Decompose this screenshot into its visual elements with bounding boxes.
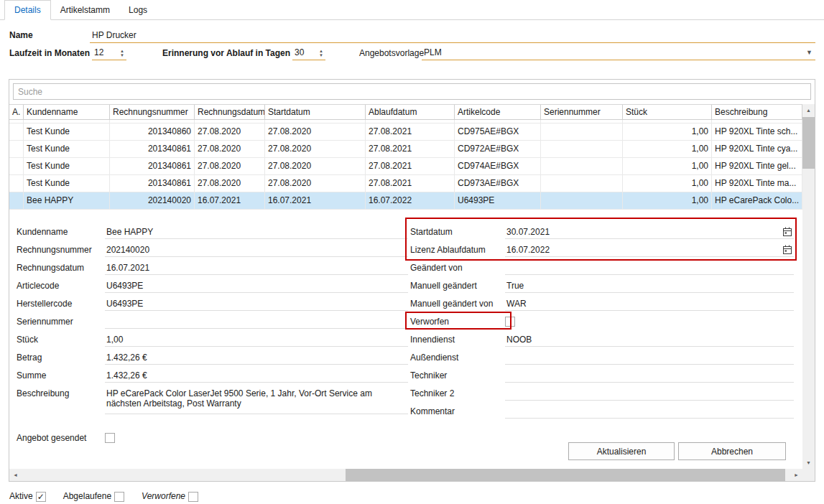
- abgelaufene-label: Abgelaufene: [63, 491, 111, 501]
- field-startdatum: Startdatum 30.07.2021: [410, 223, 794, 241]
- date-value: 16.07.2022: [506, 245, 550, 255]
- abgelaufene-checkbox[interactable]: [114, 492, 124, 502]
- column-header[interactable]: Rechnungsnummer: [110, 105, 195, 119]
- table-row[interactable]: Test Kunde 201340861 27.08.2020 27.08.20…: [9, 175, 802, 192]
- angebotsvorlage-value: PLM: [424, 47, 442, 57]
- field-value[interactable]: 202140020: [105, 243, 408, 257]
- column-header[interactable]: Kundenname: [24, 105, 110, 119]
- column-header[interactable]: Beschreibung: [712, 105, 802, 119]
- laufzeit-stepper[interactable]: 12 ▲▼: [92, 45, 126, 60]
- field-label: Startdatum: [410, 225, 505, 237]
- field-verworfen: Verworfen: [410, 313, 794, 331]
- field-value[interactable]: 30.07.2021: [505, 225, 794, 239]
- stepper-arrows-icon[interactable]: ▲▼: [319, 47, 324, 59]
- verworfene-checkbox[interactable]: [188, 492, 198, 502]
- calendar-icon[interactable]: [782, 227, 792, 239]
- table-row-selected[interactable]: Bee HAPPY 202140020 16.07.2021 16.07.202…: [9, 192, 802, 210]
- field-value[interactable]: [505, 405, 794, 419]
- table-cell: 27.08.2021: [366, 175, 455, 192]
- angebotsvorlage-dropdown[interactable]: PLM ▼: [422, 45, 815, 60]
- field-geaendert-von: Geändert von: [410, 259, 794, 277]
- horizontal-scrollbar-thumb[interactable]: [346, 469, 785, 481]
- table-cell: 27.08.2021: [366, 123, 455, 140]
- field-value[interactable]: [505, 261, 794, 275]
- search-input[interactable]: [13, 83, 811, 100]
- tab-artikelstamm[interactable]: Artikelstamm: [51, 1, 119, 19]
- field-techniker-2: Techniker 2: [410, 385, 794, 403]
- vertical-scrollbar-thumb[interactable]: [802, 117, 815, 169]
- table-cell: CD972AE#BGX: [455, 141, 541, 157]
- name-value: HP Drucker: [92, 30, 136, 40]
- field-label: Beschreibung: [17, 387, 105, 398]
- table-cell: HP 920XL Tinte gel...: [712, 158, 802, 174]
- table-cell: CD973AE#BGX: [455, 175, 541, 192]
- field-value[interactable]: [105, 315, 408, 329]
- erinnerung-stepper[interactable]: 30 ▲▼: [292, 45, 325, 60]
- field-kundenname: Kundenname Bee HAPPY: [17, 223, 408, 241]
- tab-logs[interactable]: Logs: [119, 1, 157, 19]
- scroll-up-icon[interactable]: ▲: [802, 104, 815, 116]
- column-header[interactable]: Seriennummer: [541, 105, 623, 119]
- field-value[interactable]: 1.432,26 €: [105, 369, 408, 383]
- calendar-icon[interactable]: [782, 245, 792, 257]
- stepper-arrows-icon[interactable]: ▲▼: [120, 47, 125, 59]
- scroll-right-icon[interactable]: ►: [790, 469, 802, 481]
- field-value[interactable]: [505, 387, 794, 401]
- field-value[interactable]: NOOB: [505, 333, 794, 347]
- table-cell: 27.08.2020: [195, 141, 265, 157]
- field-value[interactable]: [505, 369, 794, 383]
- vertical-scrollbar[interactable]: ▲ ▼: [802, 104, 815, 469]
- table-cell: 16.07.2021: [265, 192, 366, 209]
- field-label: Rechnungsnummer: [17, 243, 105, 255]
- field-label: Herstellercode: [17, 297, 105, 309]
- aktualisieren-button[interactable]: Aktualisieren: [568, 442, 675, 460]
- field-label: Manuell geändert: [410, 279, 505, 291]
- table-cell: 1,00: [623, 175, 712, 192]
- column-header[interactable]: Ablaufdatum: [366, 105, 455, 119]
- chevron-down-icon[interactable]: ▼: [806, 47, 814, 56]
- field-label: Techniker: [410, 369, 505, 381]
- field-value[interactable]: [505, 351, 794, 365]
- column-header[interactable]: A.: [9, 105, 24, 119]
- horizontal-scrollbar[interactable]: ◄ ►: [9, 469, 802, 481]
- table-cell: Bee HAPPY: [24, 192, 110, 209]
- field-value[interactable]: WAR: [505, 297, 794, 311]
- field-value[interactable]: 1,00: [105, 333, 408, 347]
- column-header[interactable]: Stück: [623, 105, 712, 119]
- verworfen-checkbox[interactable]: [505, 317, 515, 327]
- laufzeit-label: Laufzeit in Monaten: [9, 48, 90, 58]
- tab-details[interactable]: Details: [4, 0, 51, 20]
- scroll-down-icon[interactable]: ▼: [802, 457, 815, 469]
- column-header[interactable]: Startdatum: [265, 105, 366, 119]
- table-cell: CD974AE#BGX: [455, 158, 541, 174]
- table-cell: HP 920XL Tinte ma...: [712, 175, 802, 192]
- table-row[interactable]: Test Kunde 201340861 27.08.2020 27.08.20…: [9, 158, 802, 175]
- table-cell: [9, 141, 24, 157]
- field-value[interactable]: 16.07.2021: [105, 261, 408, 275]
- table-row[interactable]: Test Kunde 201340860 27.08.2020 27.08.20…: [9, 123, 802, 141]
- date-value: 30.07.2021: [506, 227, 550, 237]
- field-value[interactable]: True: [505, 279, 794, 293]
- column-header[interactable]: Rechnungsdatum: [195, 105, 265, 119]
- table-cell: 27.08.2020: [195, 123, 265, 140]
- laufzeit-value: 12: [94, 47, 103, 57]
- name-field[interactable]: HP Drucker: [90, 28, 815, 43]
- field-summe: Summe 1.432,26 €: [17, 367, 408, 385]
- table-cell: 27.08.2021: [366, 158, 455, 174]
- table-cell: [541, 123, 623, 140]
- details-panel: A. Kundenname Rechnungsnummer Rechnungsd…: [9, 79, 815, 482]
- field-value[interactable]: 1.432,26 €: [105, 351, 408, 365]
- field-value[interactable]: 16.07.2022: [505, 243, 794, 257]
- field-value[interactable]: U6493PE: [105, 279, 408, 293]
- field-value[interactable]: U6493PE: [105, 297, 408, 311]
- field-value[interactable]: HP eCarePack Color LaserJet 9500 Serie, …: [105, 387, 408, 414]
- field-articlecode: Articlecode U6493PE: [17, 277, 408, 295]
- column-header[interactable]: Artikelcode: [455, 105, 541, 119]
- field-label: Stück: [17, 333, 105, 345]
- abbrechen-button[interactable]: Abbrechen: [678, 442, 786, 460]
- aktive-checkbox[interactable]: [36, 492, 46, 502]
- angebot-gesendet-checkbox[interactable]: [105, 433, 115, 443]
- field-value[interactable]: Bee HAPPY: [105, 225, 408, 239]
- scroll-left-icon[interactable]: ◄: [9, 469, 22, 481]
- table-row[interactable]: Test Kunde 201340861 27.08.2020 27.08.20…: [9, 141, 802, 158]
